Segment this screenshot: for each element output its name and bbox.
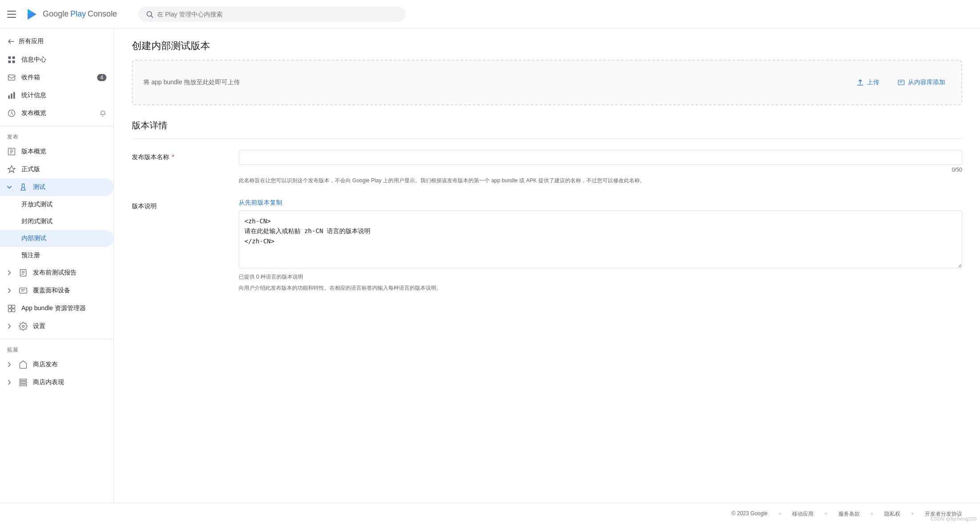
release-notes-control-col: 从先前版本复制 <zh-CN> 请在此处输入或粘贴 zh-CN 语言的版本说明 …	[239, 199, 962, 292]
watermark: CSDN @fqcheng220	[931, 516, 976, 521]
release-icon	[7, 165, 16, 174]
copy-from-previous-link[interactable]: 从先前版本复制	[239, 199, 282, 207]
sidebar-sub-item-pre-register[interactable]: 预注册	[0, 247, 114, 264]
chevron-right-icon	[5, 269, 13, 277]
search-input[interactable]	[157, 11, 399, 18]
sidebar-divider	[0, 126, 114, 126]
sidebar-item-coverage[interactable]: 覆盖面和设备	[0, 282, 114, 299]
version-icon	[7, 147, 16, 156]
sidebar-item-in-store[interactable]: 商店内表现	[0, 373, 114, 391]
sidebar-item-info-center[interactable]: 信息中心	[0, 51, 114, 69]
release-name-row: 发布版本名称 * 0/50 此名称旨在让您可以识别这个发布版本，不会向 Goog…	[132, 150, 962, 185]
play-logo-icon	[25, 7, 39, 21]
logo-text: Google Play Console	[43, 9, 117, 19]
sidebar-back-label: 所有应用	[19, 37, 44, 45]
upload-icon	[856, 78, 864, 86]
inbox-icon	[7, 73, 16, 82]
sidebar-item-publish-overview[interactable]: 发布概览	[0, 104, 114, 122]
sidebar-item-label: 发布前测试报告	[33, 269, 77, 277]
release-notes-label: 版本说明	[132, 202, 157, 209]
coverage-icon	[19, 286, 28, 295]
release-name-label: 发布版本名称 *	[132, 153, 174, 160]
sidebar-item-label: 测试	[33, 183, 45, 191]
sidebar-item-pre-launch-report[interactable]: 发布前测试报告	[0, 264, 114, 282]
sidebar-back-button[interactable]: 所有应用	[0, 32, 114, 51]
svg-rect-7	[12, 61, 15, 63]
svg-rect-4	[8, 57, 11, 59]
upload-button-label: 上传	[867, 78, 879, 86]
sidebar-item-store-publish[interactable]: 商店发布	[0, 356, 114, 373]
release-notes-textarea[interactable]: <zh-CN> 请在此处输入或粘贴 zh-CN 语言的版本说明 </zh-CN>	[239, 210, 962, 268]
sidebar-sub-item-label: 开放式测试	[21, 201, 53, 208]
sidebar-item-label: 覆盖面和设备	[33, 287, 70, 295]
upload-hint: 将 app bundle 拖放至此处即可上传	[143, 78, 240, 86]
release-name-char-count: 0/50	[239, 167, 962, 173]
sidebar-item-version-overview[interactable]: 版本概览	[0, 143, 114, 160]
sidebar-item-label: 收件箱	[21, 74, 40, 82]
report-icon	[19, 268, 28, 277]
sidebar-item-label: 信息中心	[21, 56, 46, 64]
sidebar-divider-2	[0, 339, 114, 339]
sidebar-sub-item-label: 内部测试	[21, 234, 46, 242]
chevron-right-icon	[5, 287, 13, 295]
sidebar-item-label: 商店内表现	[33, 378, 64, 386]
svg-rect-15	[20, 288, 27, 293]
sidebar-item-label: 设置	[33, 322, 45, 330]
svg-rect-9	[8, 95, 10, 99]
sidebar-item-settings[interactable]: 设置	[0, 317, 114, 335]
footer-link-privacy[interactable]: 隐私权	[884, 510, 900, 518]
sidebar-item-inbox[interactable]: 收件箱 4	[0, 69, 114, 86]
page-title: 创建内部测试版本	[132, 39, 962, 53]
chevron-right-icon	[5, 361, 13, 369]
sidebar-sub-item-closed-test[interactable]: 封闭式测试	[0, 213, 114, 230]
svg-rect-19	[12, 309, 15, 312]
footer-copyright: © 2023 Google	[732, 510, 768, 518]
sidebar-item-label: 发布概览	[21, 109, 46, 117]
sidebar-item-label: 正式版	[21, 165, 40, 173]
app-bundle-icon	[7, 304, 16, 313]
library-icon	[897, 78, 905, 86]
dashboard-icon	[7, 55, 16, 64]
release-name-input[interactable]	[239, 150, 962, 165]
sidebar-item-app-bundle[interactable]: App bundle 资源管理器	[0, 299, 114, 317]
test-icon	[19, 183, 28, 192]
release-notes-hint: 向用户介绍此发布版本的功能和特性。在相应的语言标签内输入每种语言的版本说明。	[239, 284, 962, 292]
upload-button[interactable]: 上传	[851, 75, 885, 90]
inbox-badge: 4	[97, 74, 106, 81]
top-header: Google Play Console	[0, 0, 980, 29]
svg-rect-16	[8, 305, 12, 308]
upload-from-library-label: 从内容库添加	[908, 78, 945, 86]
sidebar-sub-item-internal-test[interactable]: 内部测试	[0, 230, 114, 247]
footer-link-mobile-app[interactable]: 移动应用	[792, 510, 813, 518]
sidebar-item-label: 商店发布	[33, 361, 58, 369]
svg-rect-17	[12, 305, 15, 308]
svg-rect-8	[8, 75, 15, 80]
sidebar-item-label: 版本概览	[21, 148, 46, 156]
release-notes-label-col: 版本说明	[132, 199, 221, 210]
svg-rect-11	[13, 92, 15, 99]
sidebar-item-test[interactable]: 测试	[0, 178, 114, 196]
upload-from-library-button[interactable]: 从内容库添加	[892, 75, 951, 90]
release-notes-row: 版本说明 从先前版本复制 <zh-CN> 请在此处输入或粘贴 zh-CN 语言的…	[132, 199, 962, 292]
svg-rect-6	[8, 61, 11, 63]
chevron-right-icon	[5, 322, 13, 330]
svg-rect-5	[12, 57, 15, 59]
sidebar-item-release[interactable]: 正式版	[0, 160, 114, 178]
release-name-hint: 此名称旨在让您可以识别这个发布版本，不会向 Google Play 上的用户显示…	[239, 176, 962, 185]
release-name-control-col: 0/50 此名称旨在让您可以识别这个发布版本，不会向 Google Play 上…	[239, 150, 962, 185]
sidebar: 所有应用 信息中心 收件箱 4 统计信息	[0, 29, 114, 503]
svg-rect-18	[8, 309, 12, 312]
svg-rect-10	[11, 94, 12, 99]
menu-icon[interactable]	[7, 9, 18, 20]
footer-link-terms[interactable]: 服务条款	[838, 510, 860, 518]
in-store-icon	[19, 378, 28, 387]
bell-icon	[99, 110, 106, 117]
sidebar-sub-item-label: 封闭式测试	[21, 217, 53, 225]
sidebar-sub-item-open-test[interactable]: 开放式测试	[0, 196, 114, 213]
main-layout: 所有应用 信息中心 收件箱 4 统计信息	[0, 29, 980, 503]
svg-line-3	[151, 16, 153, 17]
sidebar-section-expand: 拓展	[0, 343, 114, 356]
sidebar-item-stats[interactable]: 统计信息	[0, 86, 114, 104]
store-icon	[19, 360, 28, 369]
release-notes-lang-hint: 已提供 0 种语言的版本说明	[239, 273, 962, 281]
